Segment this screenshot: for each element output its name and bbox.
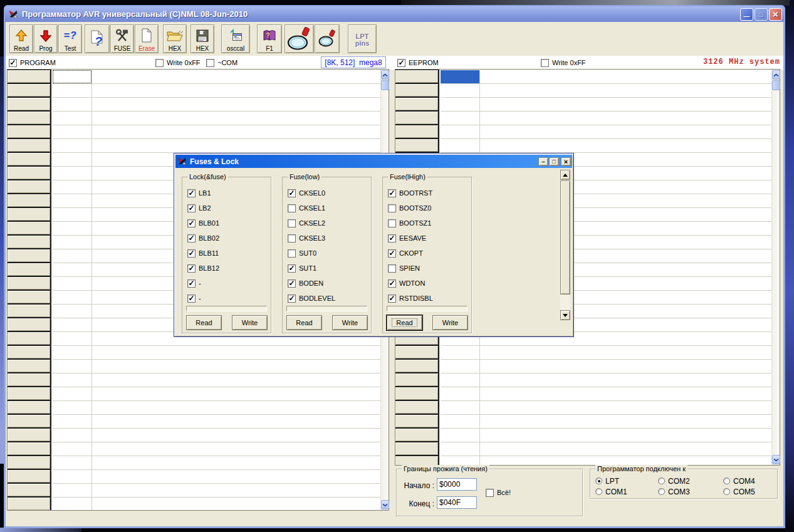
fuse-checkbox-blb02[interactable]: ✓BLB02 [187,231,271,246]
toolbar-button-read[interactable]: Read [9,24,33,53]
fuse-checkbox-dash-6[interactable]: ✓- [187,276,271,291]
toolbar-button-lpt-pins[interactable]: LPT pins [348,24,377,53]
checkbox-label: RSTDISBL [399,295,433,302]
dialog-maximize-button[interactable]: □ [549,157,559,166]
dialog-titlebar[interactable]: Fuses & Lock – □ × [175,155,572,168]
radio-com5[interactable]: COM5 [723,488,782,496]
fuse-write-button-1[interactable]: Write [332,315,368,330]
eeprom-checkbox[interactable]: ✓EEPROM [397,59,439,67]
fuse-checkbox-ckopt[interactable]: ✓CKOPT [388,246,471,261]
fuse-checkbox-sut0[interactable]: SUT0 [288,246,371,261]
toolbar-button-test[interactable]: =?Test [58,24,82,53]
scroll-down-button[interactable] [560,310,570,320]
dialog-scrollbar[interactable] [560,170,570,320]
all-checkbox[interactable]: Всё! [486,489,511,497]
scroll-thumb[interactable] [381,80,389,90]
fuse-checkbox-lb2[interactable]: ✓LB2 [187,201,271,216]
scroll-up-button[interactable] [381,70,389,80]
start-address-field[interactable] [437,478,477,491]
toolbar-button-f1[interactable]: ?F1 [257,24,282,53]
row-header [8,305,50,317]
row-header [395,442,438,455]
group-caption: Fuse(lHigh) [388,173,427,180]
toolbar-button-erase[interactable]: Erase [135,24,159,53]
row-header [8,263,50,276]
fuse-checkbox-wdton[interactable]: ✓WDTON [388,276,471,291]
checkbox-label: SUT0 [299,249,316,257]
checkbox-box: ✓ [388,279,396,288]
fuse-checkbox-cksel3[interactable]: CKSEL3 [288,231,371,246]
fuse-read-button-2[interactable]: Read [387,315,422,330]
scroll-down-button[interactable] [772,455,780,464]
fuse-read-button-1[interactable]: Read [286,315,322,330]
dialog-minimize-button[interactable]: – [538,157,548,166]
fuse-write-button-2[interactable]: Write [432,315,468,330]
end-address-field[interactable] [437,496,477,509]
fuse-checkbox-boden[interactable]: ✓BODEN [288,276,371,291]
window-titlebar[interactable]: Программатор AVR универсальный (C)NML 08… [5,6,784,22]
checkbox-label: Write 0xFF [552,59,586,66]
fuse-checkbox-rstdisbl[interactable]: ✓RSTDISBL [388,291,471,306]
toolbar-button-hex-load[interactable]: HEX [163,24,187,53]
radio-com4[interactable]: COM4 [723,477,782,486]
fuse-checkbox-bootsz0[interactable]: BOOTSZ0 [388,201,471,216]
program-checkbox[interactable]: ✓PROGRAM [9,59,56,67]
fuse-checkbox-bodlevel[interactable]: ✓BODLEVEL [288,291,371,306]
button-label: Read [296,319,312,326]
fuse-read-button-0[interactable]: Read [186,315,222,330]
row-header [8,277,50,289]
toolbar-button-osccal[interactable]: osccal [221,24,250,53]
fuse-checkbox-lb1[interactable]: ✓LB1 [187,185,271,201]
toolbar-button-help[interactable]: ? [85,24,110,53]
scroll-thumb[interactable] [772,80,780,90]
eeprom-scrollbar[interactable] [771,70,780,465]
fuse-checkbox-bootrst[interactable]: ✓BOOTRST [388,185,471,201]
selected-cell[interactable] [441,70,479,83]
toolbar-button-zoom-large[interactable] [285,24,314,53]
close-button[interactable]: × [769,8,782,21]
toolbar-button-label: osccal [227,45,244,52]
focused-cell[interactable] [53,70,91,83]
magnifier-small-icon [317,26,337,52]
row-header [395,360,438,372]
fuse-write-button-0[interactable]: Write [232,315,268,330]
radio-com3[interactable]: COM3 [658,488,723,496]
toolbar-button-zoom-small[interactable] [315,24,340,53]
fuse-checkbox-bootsz1[interactable]: BOOTSZ1 [388,216,471,231]
checkbox-label: CKSEL0 [299,189,325,197]
minimize-button[interactable]: — [740,8,753,21]
radio-lpt[interactable]: LPT [595,477,658,486]
fuse-checkbox-cksel1[interactable]: CKSEL1 [288,201,371,216]
fuse-checkbox-sut1[interactable]: ✓SUT1 [288,261,371,276]
fuse-checkbox-blb12[interactable]: ✓BLB12 [187,261,271,276]
fuse-checkbox-spien[interactable]: SPIEN [388,261,471,276]
com-checkbox[interactable]: ~COM [206,59,238,67]
fuse-checkbox-eesave[interactable]: ✓EESAVE [388,231,471,246]
scroll-down-button[interactable] [381,500,389,509]
write-0xff-eeprom-option: Write 0xFF [541,56,586,70]
button-label: Write [242,319,258,326]
row-header [8,249,50,262]
toolbar-button-fuse[interactable]: FUSE [110,24,134,53]
toolbar-button-prog[interactable]: Prog [34,24,58,53]
maximize-button[interactable]: □ [755,8,768,21]
row-header [8,222,50,234]
toolbar-button-label: Read [14,45,29,52]
scroll-up-button[interactable] [560,170,570,180]
write-0xff-eeprom-checkbox[interactable]: Write 0xFF [541,59,586,67]
write-0xff-flash-checkbox[interactable]: Write 0xFF [155,59,201,67]
scroll-thumb[interactable] [560,180,570,295]
radio-com1[interactable]: COM1 [595,488,658,496]
fuse-checkbox-cksel0[interactable]: ✓CKSEL0 [288,185,371,201]
svg-text:?: ? [95,34,102,48]
scroll-up-button[interactable] [772,70,780,80]
radio-com2[interactable]: COM2 [658,477,723,486]
checkbox-label: EESAVE [399,234,426,242]
fuse-checkbox-blb01[interactable]: ✓BLB01 [187,216,271,231]
fuse-checkbox-cksel2[interactable]: CKSEL2 [288,216,371,231]
fuse-checkbox-blb11[interactable]: ✓BLB11 [187,246,271,261]
row-header [395,429,438,441]
dialog-close-button[interactable]: × [561,157,571,166]
fuse-checkbox-dash-7[interactable]: ✓- [187,291,271,306]
toolbar-button-hex-save[interactable]: HEX [191,24,214,53]
